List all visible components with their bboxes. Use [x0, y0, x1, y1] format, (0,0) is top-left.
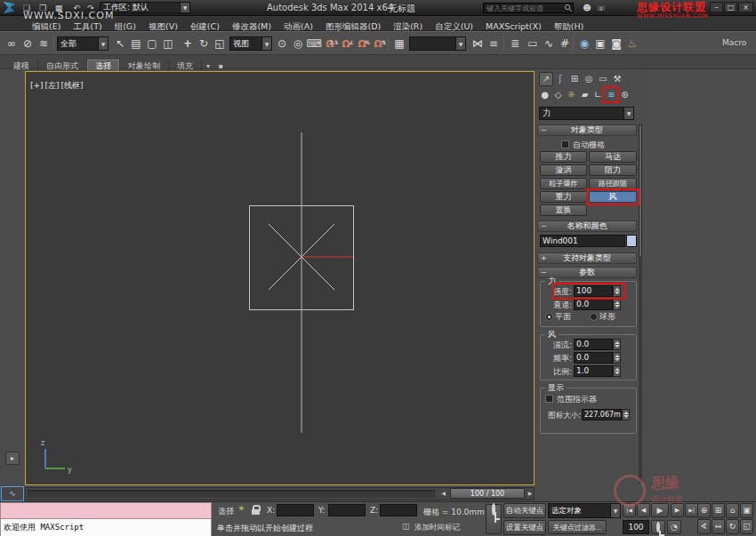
- current-frame-field[interactable]: 100: [623, 520, 649, 534]
- create-tab-icon[interactable]: ↗: [539, 72, 553, 86]
- graphite-ribbon-toggle-icon[interactable]: ▭: [525, 35, 541, 52]
- select-and-move-icon[interactable]: +: [180, 35, 196, 52]
- motion-tab-icon[interactable]: ◎: [582, 72, 596, 86]
- displace-button[interactable]: 置换: [540, 204, 587, 216]
- spinner-snap-icon[interactable]: Ω⇅: [370, 35, 386, 52]
- geometry-category-icon[interactable]: ●: [538, 88, 551, 102]
- drag-button[interactable]: 阻力: [589, 164, 637, 176]
- scale-spinner[interactable]: [613, 365, 621, 377]
- space-warps-category-icon[interactable]: ≋: [605, 88, 618, 102]
- redo-icon[interactable]: ↷: [84, 2, 98, 14]
- zoom-region-icon[interactable]: ▣: [740, 503, 753, 518]
- display-tab-icon[interactable]: ▭: [596, 72, 610, 86]
- frequency-spinner[interactable]: [613, 352, 621, 364]
- select-object-icon[interactable]: ↖: [112, 35, 128, 52]
- new-file-icon[interactable]: ❏: [20, 2, 34, 14]
- named-selection-sets-dropdown[interactable]: ▼: [409, 36, 466, 51]
- render-production-icon[interactable]: ♨: [624, 35, 640, 52]
- icon-size-spinner[interactable]: [622, 409, 630, 420]
- x-coord-field[interactable]: [277, 504, 314, 516]
- time-slider-handle[interactable]: 100 / 100: [450, 488, 525, 499]
- select-and-manipulate-icon[interactable]: ◎: [290, 35, 306, 52]
- lights-category-icon[interactable]: ☼: [565, 88, 578, 102]
- open-mini-curve-editor-button[interactable]: ∿: [1, 486, 24, 501]
- decay-field[interactable]: 0.0: [574, 299, 613, 310]
- turbulence-field[interactable]: 0.0: [574, 339, 613, 350]
- keyboard-shortcut-override-icon[interactable]: ⌨: [306, 35, 322, 52]
- maximize-button[interactable]: □: [724, 2, 737, 12]
- planar-radio[interactable]: [545, 313, 553, 321]
- auto-key-button[interactable]: 自动关键点: [503, 503, 546, 518]
- communication-center-icon[interactable]: ☏: [594, 2, 608, 14]
- snaps-toggle-icon[interactable]: Ω2.5: [322, 35, 338, 52]
- orbit-icon[interactable]: ↻: [726, 519, 739, 534]
- hierarchy-tab-icon[interactable]: ⊞: [567, 72, 582, 86]
- key-mode-dropdown[interactable]: 选定对象 ▼: [548, 503, 621, 518]
- viewport-left-wireframe[interactable]: [+][左][线框] z y: [25, 71, 535, 485]
- select-by-name-icon[interactable]: ▤: [128, 35, 144, 52]
- maxscript-listener-pane[interactable]: 欢迎使用 MAXScript: [0, 519, 212, 536]
- next-frame-arrow-icon[interactable]: ▶: [526, 488, 535, 499]
- rendered-frame-window-icon[interactable]: ◙: [608, 35, 624, 52]
- zoom-all-icon[interactable]: ⊞: [712, 503, 725, 518]
- spherical-radio[interactable]: [590, 313, 598, 321]
- pbomb-button[interactable]: 粒子爆炸: [540, 178, 587, 189]
- range-indicator-checkbox[interactable]: [545, 395, 553, 403]
- systems-category-icon[interactable]: ⊛: [618, 88, 631, 102]
- modify-tab-icon[interactable]: ʃ: [553, 72, 567, 86]
- mirror-icon[interactable]: ⋈: [470, 35, 486, 52]
- help-search-box[interactable]: [483, 3, 574, 13]
- helpers-category-icon[interactable]: ∟: [591, 88, 605, 102]
- autogrid-checkbox[interactable]: [561, 140, 569, 148]
- undo-icon[interactable]: ↶: [69, 2, 84, 14]
- field-of-view-icon[interactable]: ∢: [697, 519, 711, 534]
- motor-button[interactable]: 马达: [589, 151, 637, 163]
- percent-snap-icon[interactable]: Ω%: [354, 35, 370, 52]
- icon-size-field[interactable]: 227.067m: [582, 409, 622, 420]
- vortex-button[interactable]: 漩涡: [540, 164, 587, 176]
- zoom-extents-icon[interactable]: ⌂: [726, 503, 739, 518]
- time-slider-track[interactable]: [28, 490, 435, 498]
- key-mode-toggle-button[interactable]: [651, 520, 665, 534]
- rollout-object-type[interactable]: −对象类型: [537, 124, 637, 136]
- set-key-button[interactable]: 设置关键点: [503, 520, 546, 535]
- use-center-icon[interactable]: ⊙: [274, 35, 290, 52]
- next-frame-button[interactable]: ▶: [671, 503, 684, 517]
- time-slider-bar[interactable]: ◀ 100 / 100 ▶: [25, 487, 535, 500]
- curve-editor-icon[interactable]: ∿: [541, 35, 557, 52]
- workspace-dropdown[interactable]: 工作区: 默认 ▼: [100, 2, 190, 13]
- angle-snap-icon[interactable]: Ω∠: [338, 35, 354, 52]
- minimize-button[interactable]: –: [710, 2, 723, 12]
- y-coord-field[interactable]: [328, 504, 366, 516]
- reference-coordinate-dropdown[interactable]: 视图 ▼: [229, 36, 272, 51]
- open-file-icon[interactable]: ❒: [36, 2, 50, 14]
- close-button[interactable]: ×: [738, 2, 753, 12]
- pan-icon[interactable]: ↔: [712, 519, 725, 534]
- frequency-field[interactable]: 0.0: [574, 352, 613, 364]
- selection-lock-icon[interactable]: [252, 509, 260, 515]
- panel-scrollbar-thumb[interactable]: [639, 124, 642, 258]
- edit-named-selection-sets-icon[interactable]: ▦: [391, 35, 407, 52]
- z-coord-field[interactable]: [380, 504, 417, 516]
- strength-spinner[interactable]: [613, 285, 621, 297]
- sign-in-icon[interactable]: ☻: [580, 2, 594, 14]
- search-input[interactable]: [484, 4, 564, 12]
- selection-filter-dropdown[interactable]: 全部 ▼: [57, 36, 109, 51]
- turbulence-spinner[interactable]: [613, 339, 621, 350]
- go-to-end-button[interactable]: ▶|: [685, 503, 698, 517]
- go-to-start-button[interactable]: |◀: [623, 503, 636, 517]
- material-editor-icon[interactable]: ◉: [576, 35, 592, 52]
- strength-field[interactable]: 100: [574, 285, 613, 297]
- align-icon[interactable]: ≡: [486, 35, 502, 52]
- rollout-supported-types[interactable]: +支持对象类型: [537, 252, 637, 264]
- maxscript-macro-recorder-pane[interactable]: [0, 502, 212, 519]
- layer-manager-icon[interactable]: ≣: [507, 35, 523, 52]
- rollout-name-color[interactable]: −名称和颜色: [537, 220, 637, 232]
- object-name-field[interactable]: Wind001: [540, 235, 625, 247]
- app-logo-icon[interactable]: [4, 2, 15, 13]
- bind-to-space-warp-icon[interactable]: ≋: [36, 35, 52, 52]
- isolate-selection-icon[interactable]: ☀: [237, 504, 245, 513]
- render-setup-icon[interactable]: ▣: [592, 35, 608, 52]
- schematic-view-icon[interactable]: #: [557, 35, 573, 52]
- push-button[interactable]: 推力: [540, 151, 587, 163]
